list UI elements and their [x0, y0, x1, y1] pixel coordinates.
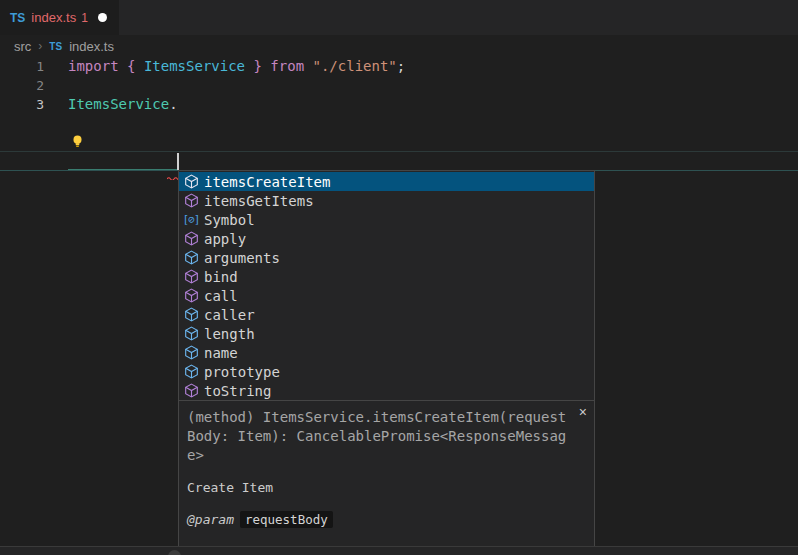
method-icon	[183, 231, 199, 247]
suggest-item[interactable]: itemsCreateItem	[179, 172, 594, 191]
doc-summary: Create Item	[187, 478, 586, 497]
tab-filename: index.ts	[31, 10, 76, 25]
imported-class-name: ItemsService	[144, 58, 245, 74]
method-signature: (method) ItemsService.itemsCreateItem(re…	[187, 408, 586, 465]
suggest-item[interactable]: call	[179, 286, 594, 305]
code-line-1[interactable]: import { ItemsService } from "./client";	[68, 57, 405, 76]
indicator-dot	[168, 550, 181, 555]
intellisense-suggest-widget: itemsCreateItem itemsGetItems [⊘]Symbol …	[178, 170, 595, 555]
lightbulb-icon[interactable]	[70, 134, 85, 152]
breadcrumb-folder[interactable]: src	[14, 39, 31, 54]
suggest-item[interactable]: length	[179, 324, 594, 343]
line-number-active: 3	[0, 95, 44, 114]
suggest-item[interactable]: arguments	[179, 248, 594, 267]
doc-param-line: @paramrequestBody	[187, 510, 586, 529]
suggest-item[interactable]: caller	[179, 305, 594, 324]
field-icon	[183, 307, 199, 323]
tab-error-count-badge: 1	[81, 11, 88, 25]
tab-index-ts[interactable]: TS index.ts 1	[0, 0, 119, 35]
line-number: 2	[0, 76, 44, 95]
suggest-item[interactable]: bind	[179, 267, 594, 286]
method-icon	[183, 193, 199, 209]
suggest-item[interactable]: prototype	[179, 362, 594, 381]
code-editor[interactable]: 1 2 3 import { ItemsService } from "./cl…	[0, 57, 798, 555]
method-icon	[183, 269, 199, 285]
current-line-border-top	[0, 151, 798, 152]
field-icon	[183, 345, 199, 361]
breadcrumb: src › TS index.ts	[0, 35, 798, 57]
method-icon	[183, 383, 199, 399]
suggest-list: itemsCreateItem itemsGetItems [⊘]Symbol …	[179, 171, 594, 400]
method-icon	[183, 288, 199, 304]
bottom-sash[interactable]	[0, 546, 798, 555]
method-icon	[183, 174, 199, 190]
keyword-from: from	[270, 58, 304, 74]
param-name-chip: requestBody	[240, 511, 333, 528]
field-icon	[183, 250, 199, 266]
line-number-gutter: 1 2 3	[0, 57, 44, 114]
suggest-docs-panel: × (method) ItemsService.itemsCreateItem(…	[179, 400, 594, 555]
field-icon	[183, 326, 199, 342]
symbol-misc-icon: [⊘]	[183, 212, 199, 228]
unsaved-changes-dot[interactable]	[98, 13, 107, 22]
code-line-3[interactable]: ItemsService.	[68, 95, 405, 114]
tab-bar: TS index.ts 1	[0, 0, 798, 35]
field-icon	[183, 364, 199, 380]
class-name: ItemsService	[68, 96, 169, 112]
code-line-2[interactable]	[68, 76, 405, 95]
suggest-item[interactable]: toString	[179, 381, 594, 400]
semicolon: ;	[397, 58, 405, 74]
occurrence-underline	[68, 169, 178, 170]
close-brace: }	[253, 58, 261, 74]
suggest-item[interactable]: itemsGetItems	[179, 191, 594, 210]
suggest-item[interactable]: apply	[179, 229, 594, 248]
module-string: "./client"	[313, 58, 397, 74]
typescript-file-icon: TS	[49, 41, 62, 52]
suggest-item[interactable]: name	[179, 343, 594, 362]
suggest-item[interactable]: [⊘]Symbol	[179, 210, 594, 229]
breadcrumb-file[interactable]: index.ts	[69, 39, 114, 54]
keyword-import: import	[68, 58, 119, 74]
typescript-file-icon: TS	[10, 11, 25, 25]
line-number: 1	[0, 57, 44, 76]
chevron-right-icon: ›	[38, 39, 42, 53]
member-access-dot: .	[169, 96, 177, 112]
close-icon[interactable]: ×	[579, 404, 587, 420]
